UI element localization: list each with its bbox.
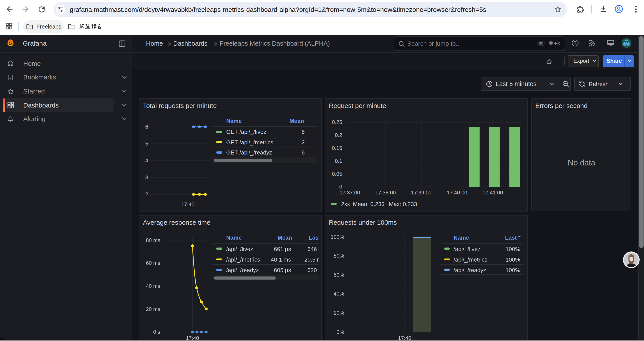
svg-text:0: 0 xyxy=(339,184,342,190)
svg-text:60 ms: 60 ms xyxy=(146,260,160,266)
svg-text:5: 5 xyxy=(145,141,148,147)
svg-text:100%: 100% xyxy=(330,234,344,240)
svg-text:0.2: 0.2 xyxy=(335,132,342,138)
svg-text:2: 2 xyxy=(145,191,148,197)
svg-text:17:38:00: 17:38:00 xyxy=(375,190,396,195)
svg-text:2xx: 2xx xyxy=(341,201,350,207)
svg-text:17:40:00: 17:40:00 xyxy=(446,190,467,195)
svg-text:40 ms: 40 ms xyxy=(146,283,160,289)
svg-text:60%: 60% xyxy=(334,272,344,278)
svg-text:17:41:00: 17:41:00 xyxy=(482,190,502,195)
svg-text:17:37:00: 17:37:00 xyxy=(339,190,360,195)
svg-text:Max: 0.233: Max: 0.233 xyxy=(389,201,417,207)
svg-text:17:39:00: 17:39:00 xyxy=(411,190,431,195)
svg-text:4: 4 xyxy=(145,158,148,163)
svg-text:40%: 40% xyxy=(334,291,344,297)
svg-text:17:40: 17:40 xyxy=(181,201,194,207)
svg-text:0.1: 0.1 xyxy=(335,158,342,164)
svg-text:0%: 0% xyxy=(336,329,344,335)
svg-text:80%: 80% xyxy=(334,253,344,259)
svg-text:80 ms: 80 ms xyxy=(146,237,160,243)
svg-text:3: 3 xyxy=(145,174,148,180)
svg-text:0.05: 0.05 xyxy=(332,171,342,177)
svg-text:6: 6 xyxy=(145,124,148,130)
svg-text:0 s: 0 s xyxy=(153,329,160,335)
svg-text:20 ms: 20 ms xyxy=(146,306,160,312)
svg-text:0.25: 0.25 xyxy=(332,119,342,125)
svg-text:0.15: 0.15 xyxy=(332,145,342,151)
svg-text:20%: 20% xyxy=(334,310,344,316)
svg-text:Mean: 0.233: Mean: 0.233 xyxy=(353,201,384,207)
